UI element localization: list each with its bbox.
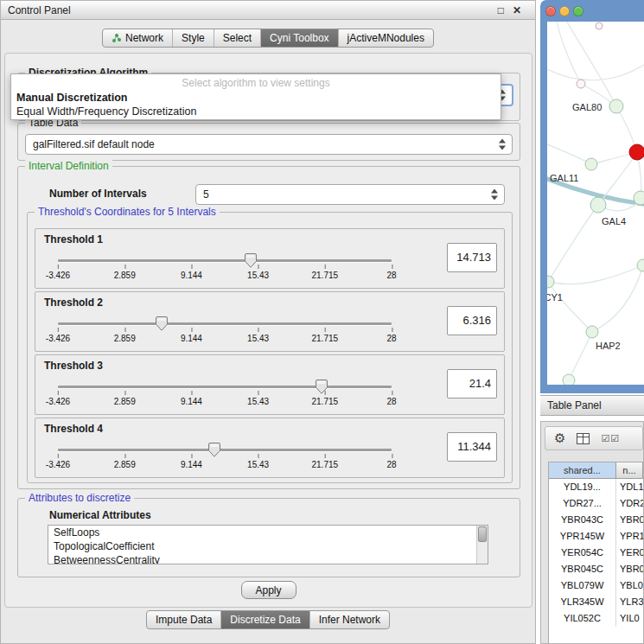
numerical-attributes-label: Numerical Attributes	[49, 509, 151, 521]
threshold-slider[interactable]: -3.426 2.859 9.144 15.43 21.715	[58, 437, 392, 477]
cell-shared-name[interactable]: YER054C	[549, 545, 616, 561]
slider-tick-label: 2.859	[114, 397, 136, 406]
cell-shared-name[interactable]: YLR345W	[549, 594, 616, 610]
cell-name[interactable]: YIL0	[616, 610, 643, 627]
cyni-toolbox-panel: Discretization Algorithm Select algorith…	[4, 53, 532, 608]
cell-name[interactable]: YBR0	[616, 512, 643, 528]
slider-tick-label: 28	[386, 460, 396, 469]
table-row[interactable]: YBR045C YBR0	[549, 561, 643, 577]
table-row[interactable]: YDR27... YDR2	[549, 495, 643, 512]
network-edge	[569, 332, 592, 380]
apply-button[interactable]: Apply	[241, 581, 296, 599]
table-row[interactable]: YBL079W YBL0	[549, 577, 643, 594]
cell-name[interactable]: YBL0	[616, 577, 643, 594]
network-node-label: GCY1	[547, 292, 563, 303]
control-panel-titlebar[interactable]: Control Panel □ ✕	[1, 1, 535, 20]
cell-shared-name[interactable]: YDL19...	[549, 479, 616, 495]
list-item[interactable]: SelfLoops	[48, 526, 488, 539]
slider-track[interactable]	[58, 386, 392, 388]
network-node[interactable]	[590, 197, 606, 213]
cell-name[interactable]: YDR2	[616, 495, 643, 512]
cell-name[interactable]: YLR3	[616, 594, 643, 610]
column-header[interactable]: n...	[616, 462, 643, 479]
tab[interactable]: Infer Network	[309, 611, 389, 628]
network-edge	[598, 152, 637, 205]
cell-shared-name[interactable]: YBL079W	[549, 577, 616, 594]
minimize-button[interactable]	[559, 6, 570, 16]
interval-definition-group: Interval Definition Number of Intervals …	[17, 166, 520, 489]
network-node[interactable]	[609, 99, 623, 113]
scrollbar[interactable]	[476, 526, 488, 564]
cell-name[interactable]: YPR1	[616, 528, 643, 545]
cell-shared-name[interactable]: YBR043C	[549, 512, 616, 528]
tab-label: Cyni Toolbox	[270, 32, 328, 44]
tab[interactable]: Style	[172, 29, 214, 47]
cell-shared-name[interactable]: YDR27...	[549, 495, 616, 512]
list-item[interactable]: TopologicalCoefficient	[48, 539, 488, 553]
network-node[interactable]	[585, 158, 597, 170]
threshold-value-field[interactable]: 6.316	[447, 306, 497, 335]
threshold-value-field[interactable]: 14.713	[447, 243, 497, 272]
table-row[interactable]: YDL19... YDL1	[549, 479, 643, 495]
tab[interactable]: jActiveMNodules	[338, 29, 433, 47]
network-node[interactable]	[586, 326, 598, 338]
gear-icon[interactable]: ⚙	[554, 430, 565, 446]
slider-track[interactable]	[58, 449, 392, 451]
float-window-icon[interactable]: □	[498, 4, 504, 16]
dropdown-options: Manual Discretization Equal Width/Freque…	[11, 91, 501, 118]
cell-name[interactable]: YDL1	[616, 479, 643, 495]
cell-name[interactable]: YER0	[616, 545, 643, 561]
columns-icon[interactable]	[577, 433, 590, 444]
zoom-button[interactable]	[573, 6, 583, 16]
tab[interactable]: Network	[103, 29, 172, 47]
table-row[interactable]: YLR345W YLR3	[549, 594, 643, 610]
cell-shared-name[interactable]: YPR145W	[549, 528, 616, 545]
network-node[interactable]	[629, 144, 644, 160]
list-item[interactable]: BetweennessCentrality	[48, 553, 488, 564]
slider-thumb[interactable]	[208, 443, 220, 457]
dropdown-option[interactable]: Equal Width/Frequency Discretization	[11, 105, 501, 118]
close-button[interactable]	[545, 6, 556, 16]
cell-shared-name[interactable]: YIL052C	[549, 610, 616, 627]
close-window-icon[interactable]: ✕	[513, 4, 521, 16]
tab[interactable]: Impute Data	[147, 611, 220, 628]
threshold-slider[interactable]: -3.426 2.859 9.144 15.43 21.715	[58, 374, 392, 414]
network-node[interactable]	[547, 276, 554, 288]
table-row[interactable]: YIL052C YIL0	[549, 610, 643, 627]
threshold-value-field[interactable]: 11.344	[447, 432, 497, 462]
table-row[interactable]: YPR145W YPR1	[549, 528, 643, 545]
slider-thumb[interactable]	[245, 253, 257, 268]
network-node[interactable]	[637, 259, 644, 271]
threshold-slider[interactable]: -3.426 2.859 9.144 15.43 21.715	[58, 248, 392, 288]
select-checkboxes-icon[interactable]: ☑☑	[601, 433, 620, 444]
threshold-value-field[interactable]: 21.4	[447, 369, 497, 399]
numerical-attributes-list[interactable]: SelfLoops TopologicalCoefficient Between…	[48, 525, 488, 564]
network-node[interactable]	[634, 191, 644, 205]
slider-track[interactable]	[58, 259, 392, 262]
table-data-combobox[interactable]: galFiltered.sif default node	[25, 134, 513, 155]
cell-name[interactable]: YBR0	[616, 561, 643, 577]
dropdown-option[interactable]: Manual Discretization	[11, 91, 501, 105]
threshold-slider[interactable]: -3.426 2.859 9.144 15.43 21.715	[58, 311, 392, 351]
table-row[interactable]: YER054C YER0	[549, 545, 643, 561]
threshold-label: Threshold 4	[44, 423, 103, 435]
network-node[interactable]	[577, 80, 585, 88]
slider-thumb[interactable]	[156, 316, 168, 331]
table-row[interactable]: YBR043C YBR0	[549, 512, 643, 528]
network-graph[interactable]: GAL80GAL11GAL4GCY1HAP2	[547, 22, 644, 385]
tab[interactable]: Cyni Toolbox	[260, 29, 337, 47]
table-panel-titlebar[interactable]: Table Panel	[540, 395, 644, 416]
number-of-intervals-combobox[interactable]: 5	[195, 184, 505, 205]
scrollbar-thumb[interactable]	[478, 526, 487, 542]
network-canvas[interactable]: GAL80GAL11GAL4GCY1HAP2	[547, 22, 644, 385]
slider-track[interactable]	[58, 322, 392, 325]
slider-thumb[interactable]	[316, 379, 328, 394]
column-header[interactable]: shared...	[549, 462, 616, 479]
network-node[interactable]	[563, 374, 575, 385]
tab[interactable]: Discretize Data	[220, 611, 309, 628]
tab[interactable]: Select	[214, 29, 260, 47]
cell-shared-name[interactable]: YBR045C	[549, 561, 616, 577]
column-header-label: shared...	[564, 465, 601, 475]
network-node[interactable]	[596, 22, 603, 29]
window-title: Control Panel	[8, 4, 71, 16]
